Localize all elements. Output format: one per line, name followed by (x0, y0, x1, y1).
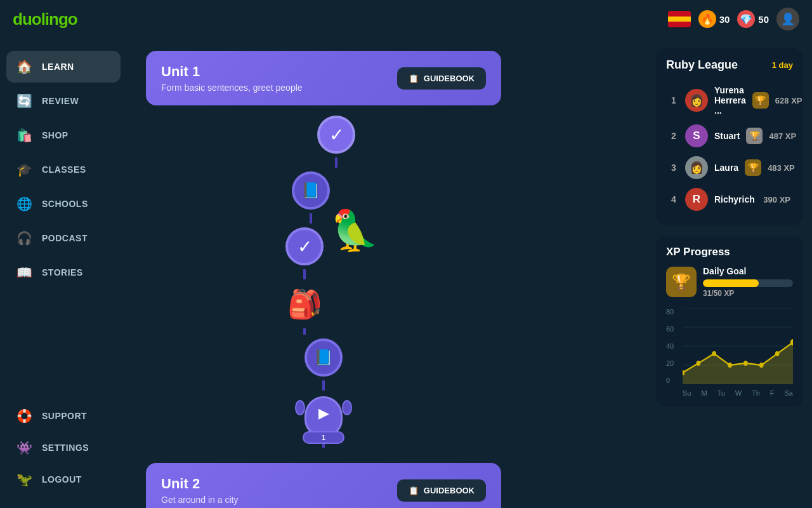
svg-point-10 (743, 361, 748, 366)
player-4-avatar: R (685, 188, 708, 211)
streak-badge[interactable]: 🔥 30 (698, 10, 730, 28)
sidebar-item-label-shop: SHOP (42, 130, 69, 140)
lesson-node-2-complete[interactable]: ✓ (285, 227, 324, 265)
book-icon-4: 📋 (409, 486, 419, 495)
node-row-3: ✓ 🦜 (216, 224, 431, 279)
player-3-avatar: 👩 (685, 156, 708, 179)
gem-icon: 💎 (737, 10, 755, 28)
user-avatar[interactable]: 👤 (776, 8, 799, 30)
league-card: Ruby League 1 day 1 👩 Yurena Herrera ...… (656, 48, 803, 225)
lesson-node-book-2[interactable]: 📘 (304, 338, 343, 377)
player-2-badge: 🏆 (746, 128, 763, 144)
sidebar-item-stories[interactable]: 📖 STORIES (6, 257, 121, 288)
goal-bar-fill (703, 279, 759, 287)
y-label-20: 20 (666, 359, 680, 367)
sidebar-item-label-stories: STORIES (42, 267, 83, 277)
league-row-3[interactable]: 3 👩 Laura 🏆 483 XP (666, 152, 793, 184)
classes-icon: 🎓 (15, 160, 34, 179)
svg-point-12 (775, 351, 780, 356)
player-3-name: Laura (714, 163, 738, 173)
player-3-badge: 🏆 (745, 159, 761, 176)
lesson-node-1-complete[interactable]: ✓ (317, 116, 355, 154)
player-4-name: Richyrich (714, 194, 757, 204)
node-row-1: ✓ (216, 112, 431, 168)
unit2-guidebook-button[interactable]: 📋 GUIDEBOOK (397, 479, 486, 502)
y-label-40: 40 (666, 342, 680, 350)
sidebar-item-learn[interactable]: 🏠 LEARN (6, 51, 121, 83)
lesson-node-book-1[interactable]: 📘 (292, 171, 330, 210)
sidebar-item-podcast[interactable]: 🎧 PODCAST (6, 222, 121, 254)
podcast-icon: 🎧 (15, 229, 34, 248)
player-1-badge: 🏆 (752, 92, 769, 109)
chart-svg-area (683, 308, 793, 384)
treasure-chest[interactable]: 🎒 (285, 283, 324, 324)
unit2-title: Unit 2 (161, 476, 238, 492)
sidebar-item-support[interactable]: 🛟 SUPPORT (6, 400, 121, 432)
check-icon-2: ✓ (298, 236, 312, 257)
rank-2: 2 (669, 131, 679, 141)
unit2-card: Unit 2 Get around in a city 📋 GUIDEBOOK (146, 463, 501, 508)
player-2-avatar: S (685, 124, 708, 147)
unit1-info: Unit 1 Form basic sentences, greet peopl… (161, 64, 303, 93)
svg-point-8 (712, 351, 716, 356)
unit1-title: Unit 1 (161, 64, 303, 80)
svg-point-7 (697, 361, 701, 366)
league-row-1[interactable]: 1 👩 Yurena Herrera ... 🏆 628 XP (666, 81, 793, 120)
connector-3 (303, 269, 306, 279)
node-row-5: ▶ 1 (216, 391, 431, 448)
streak-count: 30 (719, 14, 730, 25)
player-3-xp: 483 XP (768, 163, 795, 173)
league-row-2[interactable]: 2 S Stuart 🏆 487 XP (666, 120, 793, 152)
sidebar-item-settings[interactable]: 👾 SETTINGS (6, 432, 121, 464)
challenge-node[interactable]: ▶ 1 (301, 391, 346, 441)
unit1-path: ✓ 📘 ✓ � (146, 112, 501, 460)
sidebar-item-schools[interactable]: 🌐 SCHOOLS (6, 188, 121, 220)
sidebar-item-classes[interactable]: 🎓 CLASSES (6, 154, 121, 185)
connector-2 (310, 213, 312, 224)
logo[interactable]: duolingo (13, 10, 77, 29)
sidebar-item-label-classes: CLASSES (42, 164, 86, 175)
daily-goal-row: 🏆 Daily Goal 31/50 XP (666, 266, 793, 298)
node-row-2: 📘 (216, 168, 431, 224)
sidebar-item-label-support: SUPPORT (42, 411, 87, 421)
check-icon: ✓ (329, 124, 344, 145)
goal-info: Daily Goal 31/50 XP (703, 266, 793, 298)
x-label-tu: Tu (717, 389, 724, 397)
sidebar-item-shop[interactable]: 🛍️ SHOP (6, 119, 121, 151)
sidebar-bottom: 🛟 SUPPORT 👾 SETTINGS 🦖 LOGOUT (6, 400, 121, 495)
sidebar: 🏠 LEARN 🔄 REVIEW 🛍️ SHOP 🎓 CLASSES 🌐 SCH… (0, 38, 127, 508)
rank-3: 3 (669, 163, 679, 173)
schools-icon: 🌐 (15, 194, 34, 213)
owl-character: 🦜 (330, 211, 379, 250)
sidebar-item-review[interactable]: 🔄 REVIEW (6, 85, 121, 117)
language-flag[interactable] (668, 11, 691, 27)
x-label-m: M (701, 389, 707, 397)
unit2-description: Get around in a city (161, 495, 238, 505)
league-title: Ruby League (666, 58, 738, 72)
player-1-xp: 628 XP (775, 96, 802, 105)
sidebar-item-label-schools: SCHOOLS (42, 199, 88, 209)
x-label-w: W (735, 389, 742, 397)
player-1-name: Yurena Herrera ... (714, 85, 746, 116)
gem-count: 50 (758, 14, 769, 25)
topnav: duolingo 🔥 30 💎 50 👤 (0, 0, 812, 38)
sidebar-item-label-learn: LEARN (42, 62, 74, 72)
topnav-right: 🔥 30 💎 50 👤 (668, 8, 799, 30)
y-label-0: 0 (666, 377, 680, 384)
league-row-4[interactable]: 4 R Richyrich 390 XP (666, 184, 793, 215)
shop-icon: 🛍️ (15, 126, 34, 145)
xp-chart: 0 20 40 60 80 (666, 308, 793, 397)
stories-icon: 📖 (15, 263, 34, 282)
player-2-name: Stuart (714, 131, 740, 141)
connector-1 (335, 157, 337, 168)
book-icon: 📋 (409, 74, 419, 83)
x-label-sa: Sa (784, 389, 792, 397)
unit1-guidebook-button[interactable]: 📋 GUIDEBOOK (397, 67, 486, 90)
rank-4: 4 (669, 194, 679, 204)
league-header: Ruby League 1 day (666, 58, 793, 72)
sidebar-item-label-review: REVIEW (42, 96, 79, 106)
goal-icon: 🏆 (666, 267, 697, 297)
sidebar-item-logout[interactable]: 🦖 LOGOUT (6, 464, 121, 495)
gem-badge[interactable]: 💎 50 (737, 10, 769, 28)
sidebar-item-label-podcast: PODCAST (42, 233, 88, 243)
